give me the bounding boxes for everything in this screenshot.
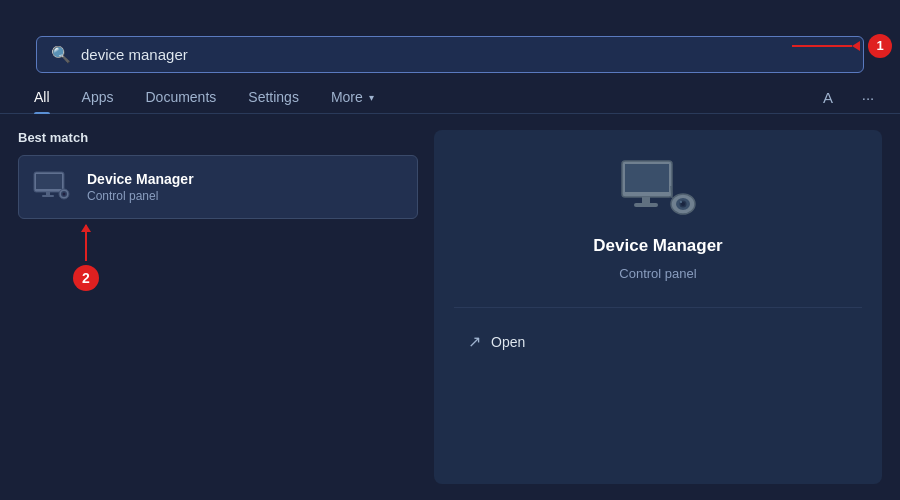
search-input[interactable] [81, 46, 849, 63]
search-icon: 🔍 [51, 45, 71, 64]
svg-point-6 [63, 193, 66, 196]
tab-apps[interactable]: Apps [66, 81, 130, 113]
tab-font-size-button[interactable]: A [814, 83, 842, 111]
annotation-arrowhead-2 [81, 224, 91, 232]
chevron-down-icon: ▾ [369, 92, 374, 103]
tab-more[interactable]: More ▾ [315, 81, 390, 113]
left-panel: Best match [18, 130, 418, 484]
divider [454, 307, 862, 308]
svg-line-16 [671, 186, 672, 198]
tab-documents[interactable]: Documents [129, 81, 232, 113]
open-label: Open [491, 334, 525, 350]
open-external-icon: ↗ [468, 332, 481, 351]
result-title: Device Manager [87, 171, 194, 187]
tabs-right-actions: A ··· [814, 83, 882, 111]
annotation-badge-2: 2 [73, 265, 99, 291]
result-item-device-manager[interactable]: Device Manager Control panel [18, 155, 418, 219]
svg-rect-8 [625, 164, 669, 192]
svg-rect-9 [642, 197, 650, 204]
result-subtitle: Control panel [87, 189, 194, 203]
svg-rect-3 [42, 195, 54, 197]
best-match-label: Best match [18, 130, 418, 145]
annotation-badge-1: 1 [868, 34, 892, 58]
search-bar[interactable]: 🔍 [36, 36, 864, 73]
open-button[interactable]: ↗ Open [454, 324, 862, 359]
main-content: Best match [0, 114, 900, 500]
right-panel-subtitle: Control panel [619, 266, 696, 281]
result-item-icon [31, 166, 73, 208]
right-panel-title: Device Manager [593, 236, 722, 256]
result-item-text: Device Manager Control panel [87, 171, 194, 203]
annotation-2-group: 2 [73, 225, 99, 291]
svg-rect-10 [634, 203, 658, 207]
tab-settings[interactable]: Settings [232, 81, 315, 113]
tab-all[interactable]: All [18, 81, 66, 113]
tab-more-options-button[interactable]: ··· [854, 83, 882, 111]
tabs-bar: All Apps Documents Settings More ▾ A ··· [0, 81, 900, 114]
device-manager-icon-large [619, 158, 697, 226]
annotation-arrow-2 [85, 225, 87, 261]
search-window: 🔍 1 All Apps Documents Settings More ▾ [0, 0, 900, 500]
svg-point-15 [680, 201, 682, 203]
device-manager-icon-small [32, 170, 72, 204]
right-panel: Device Manager Control panel ↗ Open [434, 130, 882, 484]
svg-rect-1 [36, 174, 62, 189]
